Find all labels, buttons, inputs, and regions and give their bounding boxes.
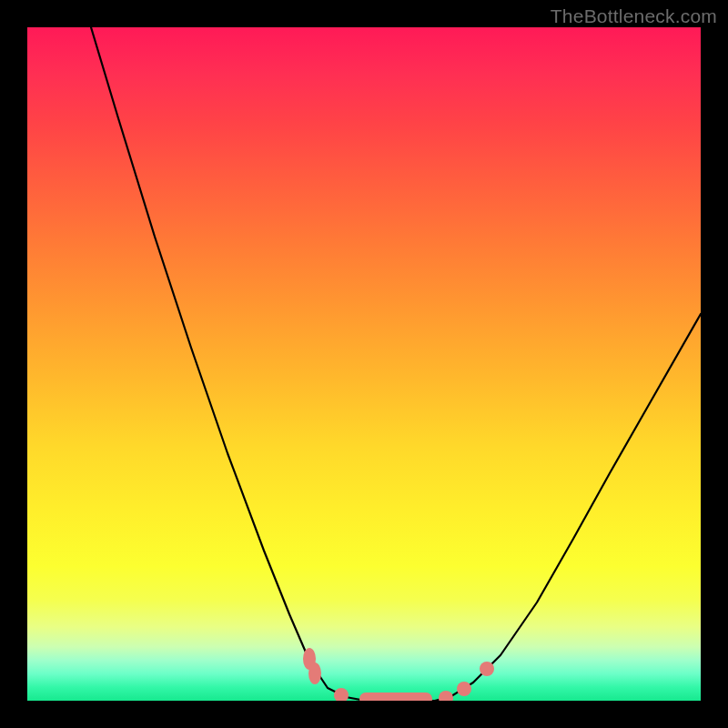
marker-left-2: [308, 662, 321, 684]
bottleneck-curve: [91, 27, 701, 701]
marker-bottom-bar: [359, 693, 432, 701]
bottleneck-curve-path: [91, 27, 701, 701]
marker-right-1: [439, 691, 453, 701]
chart-frame: TheBottleneck.com: [0, 0, 728, 728]
marker-left-3: [334, 688, 349, 701]
marker-right-3: [480, 662, 494, 676]
curve-markers: [303, 648, 494, 701]
marker-right-2: [457, 682, 471, 696]
watermark-text: TheBottleneck.com: [551, 5, 717, 27]
plot-area: [27, 27, 701, 701]
curve-svg: [27, 27, 701, 701]
